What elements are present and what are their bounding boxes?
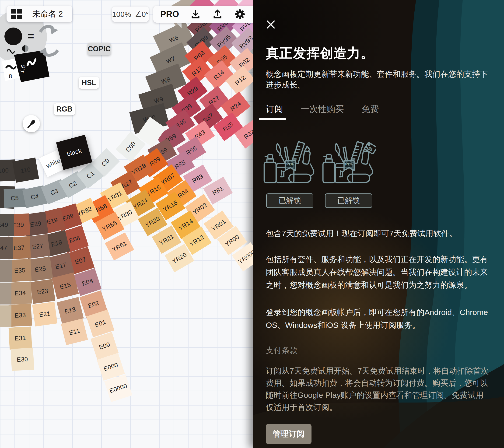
swatch-label: YR23	[144, 215, 161, 229]
rotation-angle[interactable]: ∠0°	[135, 10, 149, 19]
color-swatch-E31[interactable]: E31	[9, 327, 32, 350]
document-title[interactable]: 未命名 2	[33, 9, 63, 19]
swatch-label: E000	[103, 361, 119, 373]
swatch-label: E47	[0, 244, 7, 251]
swatch-label: E29	[30, 220, 42, 228]
swatch-label: E37	[13, 244, 25, 251]
swatch-label: YR000	[237, 249, 253, 265]
tab-subscribe[interactable]: 订阅	[266, 103, 283, 120]
current-color-dot[interactable]	[4, 28, 22, 45]
toolbar-fold	[176, 22, 181, 28]
pro-button[interactable]: PRO	[160, 9, 179, 19]
swatch-label: YR31	[106, 189, 124, 203]
color-swatch[interactable]	[0, 260, 12, 282]
modal-subtitle: 概念画板定期更新带来新功能、套件和服务。我们在您的支持下进步成长。	[266, 69, 490, 90]
swatch-label: E39	[13, 221, 24, 229]
manage-subscription-button[interactable]: 管理订阅	[266, 424, 311, 444]
color-swatch-E47[interactable]: E47	[0, 237, 13, 259]
swatch-label: YR02	[192, 201, 209, 216]
color-swatch-E49[interactable]: E49	[0, 214, 14, 236]
unlocked-button[interactable]: 已解锁	[325, 194, 372, 208]
swatch-label: E31	[15, 334, 26, 342]
subscription-modal: 真正发挥创造力。 概念画板定期更新带来新功能、套件和服务。我们在您的支持下进步成…	[253, 0, 504, 448]
product-all-packs: 已解锁	[266, 140, 314, 208]
swatch-label: C0	[100, 157, 111, 168]
swatch-label: YR00	[224, 233, 241, 248]
settings-gear-icon[interactable]	[234, 9, 246, 20]
swatch-label: YR61	[111, 240, 128, 253]
color-swatch[interactable]	[0, 283, 11, 305]
swatch-label: R29	[186, 85, 199, 98]
swatch-label: R83	[191, 172, 204, 184]
palette-mode-copic[interactable]: COPIC	[88, 43, 111, 55]
swatch-label: W7	[165, 54, 176, 65]
close-icon[interactable]	[266, 19, 276, 29]
swatch-label: R12	[234, 74, 247, 87]
gallery-grid-icon[interactable]	[11, 9, 22, 19]
swatch-label: C5	[11, 194, 19, 202]
swatch-label: W8	[160, 75, 172, 86]
redo-icon[interactable]	[40, 27, 58, 34]
swatch-label: C3	[49, 187, 59, 197]
eyedropper-button[interactable]	[23, 115, 40, 132]
swatch-label: E30	[17, 355, 28, 363]
swatch-label: YR65	[101, 219, 118, 233]
swatch-label: YR15	[162, 199, 179, 213]
swatch-label: R17	[190, 65, 204, 77]
swatch-label: C00	[124, 140, 137, 154]
import-icon[interactable]	[190, 9, 201, 19]
product-all-packs-discount: % 已解锁	[324, 140, 373, 208]
color-swatch[interactable]	[0, 305, 11, 327]
swatch-label: black	[66, 147, 82, 158]
swatch-label: E11	[68, 327, 80, 337]
color-swatch-E30[interactable]: E30	[11, 348, 34, 371]
art-tools-discount-illustration: %	[321, 140, 376, 188]
swatch-label: R35	[221, 120, 235, 133]
swatch-label: YR01	[210, 218, 227, 233]
swatch-label: YR21	[158, 233, 175, 247]
swatch-label: YR18	[130, 162, 147, 176]
opacity-icon[interactable]	[22, 45, 28, 52]
zoom-level[interactable]: 100%	[112, 10, 131, 19]
swatch-label: C4	[30, 192, 39, 201]
devices-text: 登录到您的概念画板帐户后，即可在您所有的Android、Chrome OS、Wi…	[266, 306, 490, 332]
export-icon[interactable]	[212, 9, 223, 19]
swatch-label: 100	[0, 167, 9, 175]
color-swatch-E33[interactable]: E33	[9, 304, 32, 327]
zoom-toolbar[interactable]: 100% ∠0°	[112, 6, 149, 22]
eyedropper-icon	[26, 119, 36, 129]
swatch-label: E04	[81, 277, 94, 287]
swatch-label: R24	[229, 100, 242, 113]
swatch-label: W6	[168, 34, 180, 44]
tab-free[interactable]: 免费	[362, 103, 379, 120]
modal-title: 真正发挥创造力。	[266, 44, 490, 62]
swatch-label: YR24	[132, 197, 149, 211]
swatch-label: E19	[46, 216, 59, 226]
unlocked-button[interactable]: 已解锁	[266, 194, 313, 208]
swatch-label: E02	[87, 299, 100, 309]
swatch-label: E35	[14, 267, 25, 274]
swatch-label: E00	[98, 341, 111, 351]
swatch-label: 110	[20, 166, 31, 175]
payment-terms-text: 订阅从7天免费试用开始。7天免费试用结束时，将自动扣除首次费用。如果成功扣费，将…	[266, 365, 490, 413]
color-swatch-E21[interactable]: E21	[32, 302, 57, 326]
color-swatch-110[interactable]: 110	[12, 158, 39, 183]
swatch-label: C1	[85, 169, 96, 180]
palette-mode-rgb[interactable]: RGB	[54, 103, 75, 115]
swatch-label: R85	[173, 159, 187, 170]
swatch-label: E23	[37, 287, 49, 296]
swatch-label: E25	[34, 265, 46, 273]
tab-one-time-purchase[interactable]: 一次性购买	[301, 103, 344, 120]
undo-icon[interactable]	[39, 47, 58, 55]
swatch-label: E15	[59, 281, 72, 291]
drawing-canvas[interactable]: W4W6W7W8W9W10RV69RV66RV63RV99RV95RV93R08…	[0, 0, 253, 448]
swatch-label: E49	[0, 221, 8, 228]
color-swatch-E34[interactable]: E34	[9, 282, 32, 305]
swatch-label: R27	[207, 94, 221, 107]
color-swatch-E25[interactable]: E25	[28, 257, 53, 281]
palette-mode-hsl[interactable]: HSL	[79, 77, 99, 89]
color-swatch-E23[interactable]: E23	[30, 279, 55, 304]
tool-size-8: 8	[9, 73, 12, 79]
discount-tag-icon: %	[364, 142, 376, 154]
features-text: 包括所有套件、服务和功能，以及我们正在开发的新功能。更有团队客服成员真人在线帮您…	[266, 253, 490, 291]
